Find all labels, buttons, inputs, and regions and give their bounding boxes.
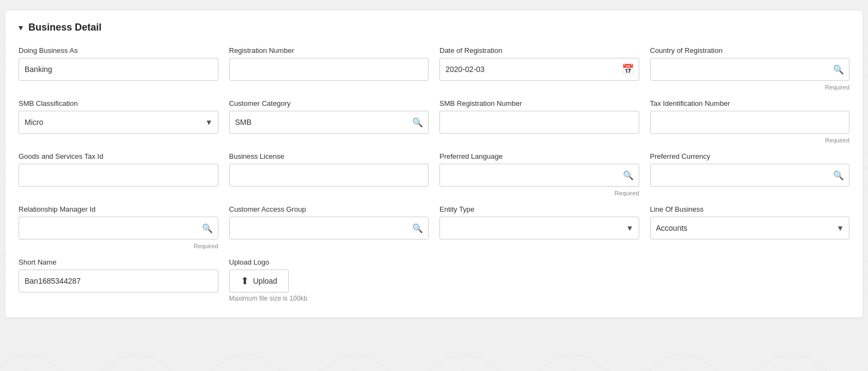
form-group-date-of-registration: Date of Registration 📅 [439,46,639,91]
upload-button-label: Upload [253,277,277,285]
form-group-entity-type: Entity Type Type A Type B ▼ [439,205,639,249]
label-upload-logo: Upload Logo [229,258,429,266]
form-group-country-of-registration: Country of Registration 🔍 Required [650,46,850,91]
form-group-doing-business-as: Doing Business As [19,46,218,91]
label-relationship-manager-id: Relationship Manager Id [19,205,218,213]
customer-category-wrapper: 🔍 [229,111,429,134]
input-preferred-currency[interactable] [650,164,850,187]
form-group-goods-services-tax-id: Goods and Services Tax Id [19,152,218,196]
input-business-license[interactable] [229,164,429,187]
section-header: ▾ Business Detail [19,22,849,33]
input-short-name[interactable] [19,270,218,292]
form-group-upload-logo: Upload Logo ⬆ Upload Maximum file size i… [229,258,429,302]
line-of-business-wrapper: Accounts Loans Deposits ▼ [650,217,850,240]
form-grid: Doing Business As Registration Number Da… [19,46,849,302]
form-group-smb-classification: SMB Classification Micro Small Medium Bi… [19,99,218,143]
relationship-manager-id-wrapper: 🔍 [19,217,218,240]
smb-classification-wrapper: Micro Small Medium Big ▼ [19,111,218,134]
preferred-currency-wrapper: 🔍 [650,164,850,187]
input-doing-business-as[interactable] [19,58,218,81]
input-date-of-registration[interactable] [439,58,639,81]
input-preferred-language[interactable] [439,164,639,187]
required-label-relationship-manager: Required [19,243,218,249]
form-group-short-name: Short Name [19,258,218,302]
label-line-of-business: Line Of Business [650,205,850,213]
form-group-smb-registration-number: SMB Registration Number [439,99,639,143]
file-size-hint: Maximum file size is 100kb [229,295,429,302]
input-customer-access-group[interactable] [229,217,429,240]
section-title: Business Detail [28,22,102,33]
label-business-license: Business License [229,152,429,160]
upload-button[interactable]: ⬆ Upload [229,270,289,292]
form-group-preferred-language: Preferred Language 🔍 Required [439,152,639,196]
label-smb-registration-number: SMB Registration Number [439,99,639,107]
label-doing-business-as: Doing Business As [19,46,218,55]
input-smb-registration-number[interactable] [439,111,639,134]
empty-col-3 [439,258,639,302]
select-entity-type[interactable]: Type A Type B [439,217,639,240]
label-preferred-currency: Preferred Currency [650,152,850,160]
upload-area: ⬆ Upload Maximum file size is 100kb [229,270,429,302]
select-line-of-business[interactable]: Accounts Loans Deposits [650,217,850,240]
date-input-wrapper: 📅 [439,58,639,81]
country-input-wrapper: 🔍 [650,58,850,81]
upload-icon: ⬆ [241,275,249,287]
input-relationship-manager-id[interactable] [19,217,218,240]
form-group-business-license: Business License [229,152,429,196]
label-entity-type: Entity Type [439,205,639,213]
input-tax-identification-number[interactable] [650,111,850,134]
input-goods-services-tax-id[interactable] [19,164,218,187]
label-goods-services-tax-id: Goods and Services Tax Id [19,152,218,160]
empty-col-4 [650,258,850,302]
form-group-customer-access-group: Customer Access Group 🔍 [229,205,429,249]
business-detail-card: ▾ Business Detail Doing Business As Regi… [5,11,863,318]
input-country-of-registration[interactable] [650,58,850,81]
form-group-tax-identification-number: Tax Identification Number Required [650,99,850,143]
label-country-of-registration: Country of Registration [650,46,850,55]
label-registration-number: Registration Number [229,46,429,55]
required-label-language: Required [439,190,639,196]
form-group-registration-number: Registration Number [229,46,429,91]
preferred-language-wrapper: 🔍 [439,164,639,187]
entity-type-wrapper: Type A Type B ▼ [439,217,639,240]
input-customer-category[interactable] [229,111,429,134]
input-registration-number[interactable] [229,58,429,81]
label-date-of-registration: Date of Registration [439,46,639,55]
form-group-line-of-business: Line Of Business Accounts Loans Deposits… [650,205,850,249]
form-group-relationship-manager-id: Relationship Manager Id 🔍 Required [19,205,218,249]
label-customer-category: Customer Category [229,99,429,107]
form-group-customer-category: Customer Category 🔍 [229,99,429,143]
label-preferred-language: Preferred Language [439,152,639,160]
chevron-icon[interactable]: ▾ [19,22,23,33]
required-label-country: Required [650,84,850,91]
label-smb-classification: SMB Classification [19,99,218,107]
select-smb-classification[interactable]: Micro Small Medium Big [19,111,218,134]
form-group-preferred-currency: Preferred Currency 🔍 [650,152,850,196]
label-short-name: Short Name [19,258,218,266]
customer-access-group-wrapper: 🔍 [229,217,429,240]
label-tax-identification-number: Tax Identification Number [650,99,850,107]
required-label-tax: Required [650,137,850,143]
label-customer-access-group: Customer Access Group [229,205,429,213]
